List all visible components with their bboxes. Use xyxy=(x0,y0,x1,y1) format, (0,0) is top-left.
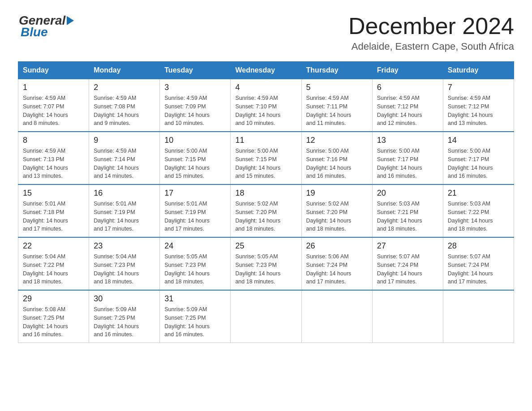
day-number: 28 xyxy=(448,241,509,251)
day-info: Sunrise: 4:59 AM Sunset: 7:10 PM Dayligh… xyxy=(235,94,296,128)
day-info: Sunrise: 5:05 AM Sunset: 7:23 PM Dayligh… xyxy=(235,253,296,286)
calendar-day-cell: 20Sunrise: 5:03 AM Sunset: 7:21 PM Dayli… xyxy=(372,184,443,237)
day-info: Sunrise: 5:08 AM Sunset: 7:25 PM Dayligh… xyxy=(23,305,84,339)
day-info: Sunrise: 4:59 AM Sunset: 7:07 PM Dayligh… xyxy=(23,94,84,128)
day-number: 4 xyxy=(235,83,296,92)
day-number: 20 xyxy=(377,188,438,198)
day-info: Sunrise: 5:00 AM Sunset: 7:15 PM Dayligh… xyxy=(235,147,296,180)
calendar-day-cell: 17Sunrise: 5:01 AM Sunset: 7:19 PM Dayli… xyxy=(160,184,231,237)
calendar-week-row: 22Sunrise: 5:04 AM Sunset: 7:22 PM Dayli… xyxy=(18,237,514,290)
calendar-day-cell: 31Sunrise: 5:09 AM Sunset: 7:25 PM Dayli… xyxy=(160,290,231,343)
day-number: 14 xyxy=(448,136,509,145)
calendar-day-cell: 29Sunrise: 5:08 AM Sunset: 7:25 PM Dayli… xyxy=(18,290,89,343)
day-info: Sunrise: 5:04 AM Sunset: 7:22 PM Dayligh… xyxy=(23,253,84,286)
day-info: Sunrise: 5:06 AM Sunset: 7:24 PM Dayligh… xyxy=(306,253,368,286)
calendar-day-cell xyxy=(372,290,443,343)
calendar-week-row: 29Sunrise: 5:08 AM Sunset: 7:25 PM Dayli… xyxy=(18,290,514,343)
calendar-day-cell: 11Sunrise: 5:00 AM Sunset: 7:15 PM Dayli… xyxy=(231,132,301,184)
weekday-header-sunday: Sunday xyxy=(18,62,89,79)
calendar-day-cell: 19Sunrise: 5:02 AM Sunset: 7:20 PM Dayli… xyxy=(301,184,372,237)
day-info: Sunrise: 4:59 AM Sunset: 7:09 PM Dayligh… xyxy=(164,94,226,128)
day-number: 26 xyxy=(306,241,368,251)
day-number: 30 xyxy=(94,294,155,304)
day-info: Sunrise: 4:59 AM Sunset: 7:11 PM Dayligh… xyxy=(306,94,368,128)
day-number: 29 xyxy=(23,294,84,304)
calendar-day-cell: 18Sunrise: 5:02 AM Sunset: 7:20 PM Dayli… xyxy=(231,184,301,237)
day-number: 11 xyxy=(235,136,296,145)
day-number: 1 xyxy=(23,83,84,92)
calendar-week-row: 15Sunrise: 5:01 AM Sunset: 7:18 PM Dayli… xyxy=(18,184,514,237)
weekday-header-tuesday: Tuesday xyxy=(160,62,231,79)
calendar-day-cell: 13Sunrise: 5:00 AM Sunset: 7:17 PM Dayli… xyxy=(372,132,443,184)
day-info: Sunrise: 5:00 AM Sunset: 7:16 PM Dayligh… xyxy=(306,147,368,180)
day-number: 2 xyxy=(94,83,155,92)
weekday-header-friday: Friday xyxy=(372,62,443,79)
calendar-day-cell: 6Sunrise: 4:59 AM Sunset: 7:12 PM Daylig… xyxy=(372,79,443,132)
day-number: 9 xyxy=(94,136,155,145)
day-number: 24 xyxy=(164,241,226,251)
day-info: Sunrise: 4:59 AM Sunset: 7:12 PM Dayligh… xyxy=(377,94,438,128)
day-number: 19 xyxy=(306,188,368,198)
calendar-day-cell: 5Sunrise: 4:59 AM Sunset: 7:11 PM Daylig… xyxy=(301,79,372,132)
calendar-title: December 2024 xyxy=(348,13,514,39)
day-info: Sunrise: 5:07 AM Sunset: 7:24 PM Dayligh… xyxy=(448,253,509,286)
day-number: 5 xyxy=(306,83,368,92)
day-info: Sunrise: 5:03 AM Sunset: 7:22 PM Dayligh… xyxy=(448,200,509,233)
calendar-day-cell: 22Sunrise: 5:04 AM Sunset: 7:22 PM Dayli… xyxy=(18,237,89,290)
day-number: 12 xyxy=(306,136,368,145)
weekday-header-saturday: Saturday xyxy=(443,62,514,79)
day-info: Sunrise: 5:04 AM Sunset: 7:23 PM Dayligh… xyxy=(94,253,155,286)
calendar-day-cell: 16Sunrise: 5:01 AM Sunset: 7:19 PM Dayli… xyxy=(89,184,160,237)
calendar-day-cell: 8Sunrise: 4:59 AM Sunset: 7:13 PM Daylig… xyxy=(18,132,89,184)
calendar-day-cell: 27Sunrise: 5:07 AM Sunset: 7:24 PM Dayli… xyxy=(372,237,443,290)
day-number: 3 xyxy=(164,83,226,92)
day-info: Sunrise: 5:01 AM Sunset: 7:19 PM Dayligh… xyxy=(94,200,155,233)
day-info: Sunrise: 5:02 AM Sunset: 7:20 PM Dayligh… xyxy=(235,200,296,233)
logo-blue: Blue xyxy=(21,25,48,39)
weekday-header-wednesday: Wednesday xyxy=(231,62,301,79)
day-number: 16 xyxy=(94,188,155,198)
day-info: Sunrise: 5:00 AM Sunset: 7:17 PM Dayligh… xyxy=(448,147,509,180)
calendar-day-cell: 12Sunrise: 5:00 AM Sunset: 7:16 PM Dayli… xyxy=(301,132,372,184)
calendar-day-cell: 9Sunrise: 4:59 AM Sunset: 7:14 PM Daylig… xyxy=(89,132,160,184)
day-info: Sunrise: 5:02 AM Sunset: 7:20 PM Dayligh… xyxy=(306,200,368,233)
calendar-day-cell: 26Sunrise: 5:06 AM Sunset: 7:24 PM Dayli… xyxy=(301,237,372,290)
calendar-table: SundayMondayTuesdayWednesdayThursdayFrid… xyxy=(18,61,514,343)
calendar-week-row: 8Sunrise: 4:59 AM Sunset: 7:13 PM Daylig… xyxy=(18,132,514,184)
calendar-day-cell: 15Sunrise: 5:01 AM Sunset: 7:18 PM Dayli… xyxy=(18,184,89,237)
day-info: Sunrise: 5:00 AM Sunset: 7:15 PM Dayligh… xyxy=(164,147,226,180)
calendar-day-cell: 10Sunrise: 5:00 AM Sunset: 7:15 PM Dayli… xyxy=(160,132,231,184)
day-info: Sunrise: 5:03 AM Sunset: 7:21 PM Dayligh… xyxy=(377,200,438,233)
calendar-day-cell: 2Sunrise: 4:59 AM Sunset: 7:08 PM Daylig… xyxy=(89,79,160,132)
day-number: 21 xyxy=(448,188,509,198)
calendar-day-cell: 25Sunrise: 5:05 AM Sunset: 7:23 PM Dayli… xyxy=(231,237,301,290)
title-block: December 2024 Adelaide, Eastern Cape, So… xyxy=(348,13,514,52)
day-number: 23 xyxy=(94,241,155,251)
calendar-day-cell: 28Sunrise: 5:07 AM Sunset: 7:24 PM Dayli… xyxy=(443,237,514,290)
weekday-header-monday: Monday xyxy=(89,62,160,79)
calendar-subtitle: Adelaide, Eastern Cape, South Africa xyxy=(348,41,514,52)
calendar-week-row: 1Sunrise: 4:59 AM Sunset: 7:07 PM Daylig… xyxy=(18,79,514,132)
logo: General Blue xyxy=(18,13,74,39)
day-info: Sunrise: 4:59 AM Sunset: 7:14 PM Dayligh… xyxy=(94,147,155,180)
day-number: 31 xyxy=(164,294,226,304)
day-info: Sunrise: 5:01 AM Sunset: 7:19 PM Dayligh… xyxy=(164,200,226,233)
day-number: 8 xyxy=(23,136,84,145)
calendar-day-cell xyxy=(301,290,372,343)
day-number: 13 xyxy=(377,136,438,145)
day-info: Sunrise: 4:59 AM Sunset: 7:08 PM Dayligh… xyxy=(94,94,155,128)
day-info: Sunrise: 4:59 AM Sunset: 7:12 PM Dayligh… xyxy=(448,94,509,128)
calendar-day-cell xyxy=(443,290,514,343)
calendar-day-cell: 21Sunrise: 5:03 AM Sunset: 7:22 PM Dayli… xyxy=(443,184,514,237)
day-number: 25 xyxy=(235,241,296,251)
day-number: 6 xyxy=(377,83,438,92)
day-number: 7 xyxy=(448,83,509,92)
day-info: Sunrise: 5:00 AM Sunset: 7:17 PM Dayligh… xyxy=(377,147,438,180)
day-info: Sunrise: 5:01 AM Sunset: 7:18 PM Dayligh… xyxy=(23,200,84,233)
calendar-day-cell: 30Sunrise: 5:09 AM Sunset: 7:25 PM Dayli… xyxy=(89,290,160,343)
calendar-day-cell: 3Sunrise: 4:59 AM Sunset: 7:09 PM Daylig… xyxy=(160,79,231,132)
day-number: 17 xyxy=(164,188,226,198)
calendar-day-cell: 4Sunrise: 4:59 AM Sunset: 7:10 PM Daylig… xyxy=(231,79,301,132)
day-info: Sunrise: 5:05 AM Sunset: 7:23 PM Dayligh… xyxy=(164,253,226,286)
day-number: 22 xyxy=(23,241,84,251)
